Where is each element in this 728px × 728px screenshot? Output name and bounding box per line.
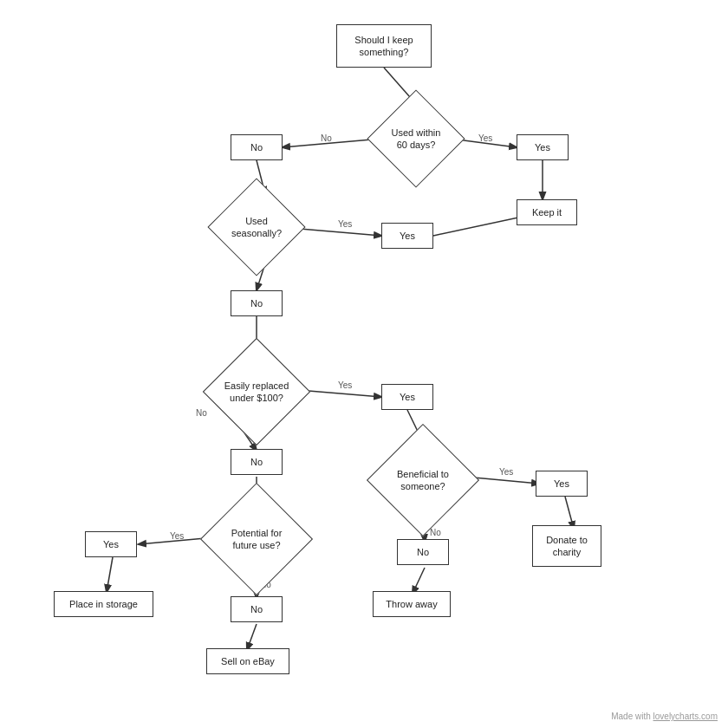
svg-text:No: No <box>430 528 441 537</box>
svg-line-3 <box>283 139 381 147</box>
svg-line-12 <box>565 497 574 529</box>
q1-node: Used within 60 days? <box>381 104 451 173</box>
yes-q2-node: Yes <box>381 223 433 249</box>
no-q2-node: No <box>231 290 283 316</box>
svg-line-18 <box>107 557 113 592</box>
arrows-svg: Yes No Yes Yes No Yes No Yes No <box>0 0 728 728</box>
storage-node: Place in storage <box>54 591 153 617</box>
svg-text:Yes: Yes <box>478 133 492 143</box>
q3-node: Easily replaced under $100? <box>218 354 295 430</box>
footer-link[interactable]: lovelycharts.com <box>653 712 718 721</box>
q4-node: Beneficial to someone? <box>383 440 463 520</box>
svg-line-5 <box>300 229 381 236</box>
yes-q4-node: Yes <box>536 471 588 497</box>
yes-q5-node: Yes <box>85 531 137 557</box>
yes-q3-node: Yes <box>381 384 433 410</box>
svg-text:No: No <box>196 408 207 418</box>
donate-node: Donate to charity <box>532 525 601 567</box>
no-q5-node: No <box>231 596 283 622</box>
svg-text:Yes: Yes <box>170 531 184 541</box>
throw-away-node: Throw away <box>373 591 451 617</box>
no-q1-node: No <box>231 134 283 160</box>
svg-text:Yes: Yes <box>499 467 513 477</box>
svg-line-14 <box>413 568 425 594</box>
svg-text:Yes: Yes <box>338 219 352 229</box>
no-q3-node: No <box>231 449 283 475</box>
flowchart: Yes No Yes Yes No Yes No Yes No Should I… <box>0 0 728 728</box>
keep-it-node: Keep it <box>517 199 577 225</box>
sell-node: Sell on eBay <box>206 648 289 674</box>
no-q4-node: No <box>397 539 449 565</box>
yes-q1-node: Yes <box>517 134 569 160</box>
start-node: Should I keep something? <box>336 24 432 68</box>
footer: Made with lovelycharts.com <box>611 712 718 721</box>
svg-text:Yes: Yes <box>338 380 352 390</box>
q5-node: Potential for future use? <box>217 499 296 579</box>
svg-text:No: No <box>321 133 332 143</box>
svg-line-20 <box>247 624 257 650</box>
q2-node: Used seasonally? <box>222 192 291 262</box>
